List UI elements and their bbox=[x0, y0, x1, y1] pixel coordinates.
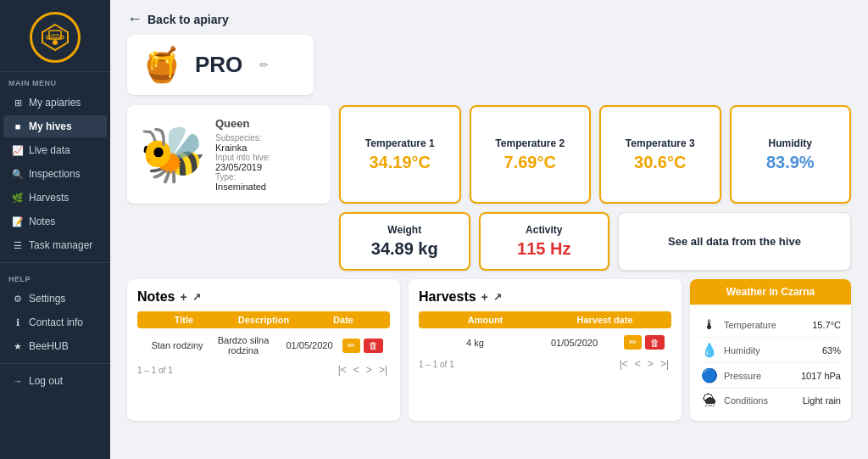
sidebar-item-notes[interactable]: 📝 Notes bbox=[3, 210, 107, 232]
notes-col-desc: Description bbox=[224, 315, 303, 325]
activity-value: 115 Hz bbox=[517, 239, 570, 259]
sidebar-item-label: Settings bbox=[29, 293, 65, 305]
sidebar: MAIN MENU ⊞ My apiaries ■ My hives 📈 Liv… bbox=[0, 0, 110, 459]
sidebar-item-my-hives[interactable]: ■ My hives bbox=[3, 115, 107, 137]
all-data-label: See all data from the hive bbox=[668, 235, 801, 248]
sidebar-item-task-manager[interactable]: ☰ Task manager bbox=[3, 234, 107, 256]
sensor-card-activity: Activity 115 Hz bbox=[479, 212, 610, 271]
notes-add-icon[interactable]: + bbox=[180, 290, 186, 304]
weather-row-temp: 🌡 Temperature 15.7°C bbox=[700, 313, 841, 338]
activity-label: Activity bbox=[526, 224, 562, 236]
notes-row-desc: Bardzo silna rodzina bbox=[210, 335, 276, 355]
harvests-row-amount: 4 kg bbox=[426, 338, 525, 348]
notes-title: Notes bbox=[137, 289, 175, 305]
harvests-ext-icon[interactable]: ↗ bbox=[493, 291, 502, 303]
sidebar-item-beehub[interactable]: ★ BeeHUB bbox=[3, 335, 107, 357]
weather-humidity-label: Humidity bbox=[724, 345, 817, 355]
contact-info-icon: ℹ bbox=[12, 317, 24, 328]
sidebar-item-contact-info[interactable]: ℹ Contact info bbox=[3, 311, 107, 333]
spacer bbox=[127, 212, 331, 271]
harvests-row-actions: ✏ 🗑 bbox=[624, 335, 665, 350]
main-menu-title: MAIN MENU bbox=[0, 72, 110, 91]
back-arrow-icon: ← bbox=[127, 10, 142, 28]
back-button[interactable]: ← Back to apiary bbox=[127, 10, 229, 28]
weather-humidity-icon: 💧 bbox=[700, 342, 719, 358]
weather-temp-icon: 🌡 bbox=[700, 317, 719, 333]
sidebar-item-logout[interactable]: → Log out bbox=[3, 370, 107, 392]
inspections-icon: 🔍 bbox=[12, 169, 24, 180]
sensor-card-humidity: Humidity 83.9% bbox=[730, 105, 852, 204]
help-title: HELP bbox=[0, 268, 110, 287]
harvests-prev-page[interactable]: < bbox=[632, 358, 643, 370]
sensor-card-temp2: Temperature 2 7.69°C bbox=[470, 105, 592, 204]
sidebar-item-label: Task manager bbox=[29, 239, 92, 251]
harvests-col-amount: Amount bbox=[426, 315, 545, 325]
temp1-value: 34.19°C bbox=[370, 153, 431, 172]
weight-label: Weight bbox=[387, 224, 421, 236]
notes-row-actions: ✏ 🗑 bbox=[342, 339, 383, 353]
notes-table-header: Title Description Date bbox=[137, 311, 390, 328]
sidebar-item-live-data[interactable]: 📈 Live data bbox=[3, 139, 107, 161]
harvests-table-header: Amount Harvest date bbox=[419, 311, 671, 328]
notes-last-page[interactable]: >| bbox=[376, 364, 390, 376]
harvests-next-page[interactable]: > bbox=[645, 358, 656, 370]
weather-row-pressure: 🔵 Pressure 1017 hPa bbox=[700, 363, 841, 389]
temp2-label: Temperature 2 bbox=[495, 137, 565, 149]
task-manager-icon: ☰ bbox=[12, 240, 24, 251]
sidebar-item-inspections[interactable]: 🔍 Inspections bbox=[3, 163, 107, 185]
weather-pressure-label: Pressure bbox=[724, 371, 796, 381]
hive-edit-icon[interactable]: ✏ bbox=[259, 59, 269, 71]
logo-icon bbox=[30, 12, 81, 63]
weather-conditions-icon: 🌦 bbox=[700, 393, 719, 408]
weather-temp-value: 15.7°C bbox=[812, 320, 841, 330]
sidebar-logo bbox=[0, 0, 110, 72]
notes-delete-button[interactable]: 🗑 bbox=[364, 339, 383, 353]
notes-page-info: 1 – 1 of 1 bbox=[137, 366, 173, 375]
sidebar-item-label: Notes bbox=[29, 216, 55, 227]
live-data-icon: 📈 bbox=[12, 145, 24, 156]
notes-next-page[interactable]: > bbox=[364, 364, 375, 376]
sidebar-item-label: My hives bbox=[29, 120, 72, 132]
notes-first-page[interactable]: |< bbox=[336, 364, 349, 376]
sidebar-divider bbox=[0, 262, 110, 263]
weather-conditions-label: Conditions bbox=[724, 395, 798, 406]
harvests-page-buttons: |< < > >| bbox=[617, 358, 671, 370]
weather-row-conditions: 🌦 Conditions Light rain bbox=[700, 389, 841, 412]
harvests-col-date: Harvest date bbox=[545, 315, 665, 325]
svg-point-6 bbox=[47, 36, 50, 39]
beehub-icon: ★ bbox=[12, 341, 24, 352]
svg-point-7 bbox=[60, 36, 64, 39]
notes-icon: 📝 bbox=[12, 216, 24, 227]
notes-col-title: Title bbox=[144, 315, 224, 325]
sidebar-item-harvests[interactable]: 🌿 Harvests bbox=[3, 187, 107, 209]
notes-row: Stan rodziny Bardzo silna rodzina 01/05/… bbox=[137, 332, 390, 359]
sidebar-item-settings[interactable]: ⚙ Settings bbox=[3, 288, 107, 310]
harvests-add-icon[interactable]: + bbox=[481, 290, 488, 304]
notes-ext-icon[interactable]: ↗ bbox=[192, 291, 201, 303]
input-value: 23/05/2019 bbox=[215, 162, 270, 172]
harvests-first-page[interactable]: |< bbox=[617, 358, 631, 370]
all-data-card[interactable]: See all data from the hive bbox=[618, 212, 851, 271]
svg-point-2 bbox=[53, 40, 58, 45]
harvests-delete-button[interactable]: 🗑 bbox=[645, 335, 665, 350]
hive-name-card: 🍯 PRO ✏ bbox=[127, 35, 314, 95]
data-row-2: Weight 34.89 kg Activity 115 Hz See all … bbox=[127, 212, 851, 271]
harvests-last-page[interactable]: >| bbox=[658, 358, 671, 370]
notes-header: Notes + ↗ bbox=[137, 289, 390, 305]
weight-value: 34.89 kg bbox=[371, 239, 438, 259]
weather-conditions-value: Light rain bbox=[803, 395, 841, 406]
notes-page-buttons: |< < > >| bbox=[336, 364, 390, 376]
notes-row-title: Stan rodziny bbox=[144, 340, 210, 350]
weather-pressure-value: 1017 hPa bbox=[801, 371, 841, 381]
notes-edit-button[interactable]: ✏ bbox=[342, 339, 360, 353]
sidebar-item-label: My apiaries bbox=[29, 97, 81, 109]
sidebar-item-my-apiaries[interactable]: ⊞ My apiaries bbox=[3, 92, 107, 114]
harvests-row-date: 01/05/2020 bbox=[525, 338, 624, 348]
data-row-1: 🐝 Queen Subspecies: Krainka Input into h… bbox=[127, 105, 851, 204]
type-value: Inseminated bbox=[215, 182, 270, 192]
sensor-card-temp1: Temperature 1 34.19°C bbox=[339, 105, 461, 204]
harvests-edit-button[interactable]: ✏ bbox=[624, 335, 642, 350]
hive-name: PRO bbox=[195, 52, 242, 78]
harvests-row: 4 kg 01/05/2020 ✏ 🗑 bbox=[419, 332, 671, 353]
notes-prev-page[interactable]: < bbox=[351, 364, 362, 376]
